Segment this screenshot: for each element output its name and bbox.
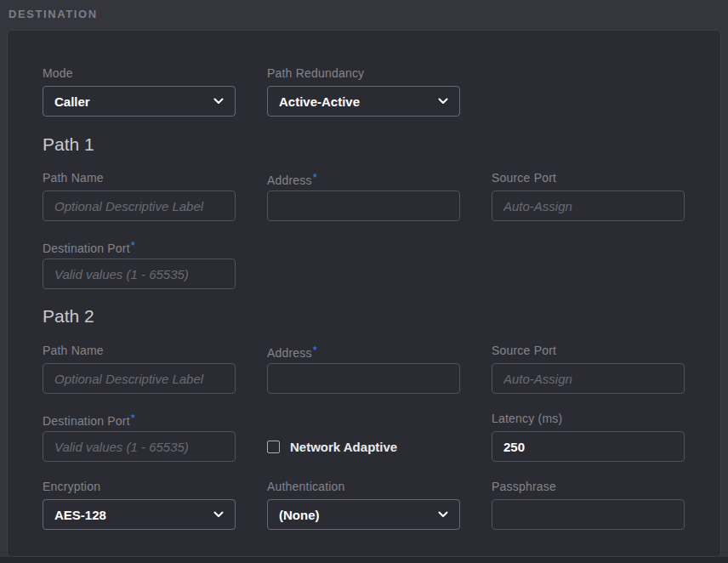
general-row: Mode Caller Path Redundancy Active-Activ… — [43, 67, 686, 117]
network-adaptive-field: Network Adaptive — [267, 412, 460, 462]
encryption-select-value: AES-128 — [54, 508, 106, 522]
chevron-down-icon — [213, 511, 224, 518]
path2-row2: Destination Port* Network Adaptive Laten… — [43, 412, 686, 462]
path1-row2: Destination Port* — [43, 240, 686, 289]
path2-row1: Path Name Address* Source Port — [43, 344, 686, 394]
path1-destination-port-input[interactable] — [43, 259, 236, 289]
latency-field: Latency (ms) — [492, 412, 685, 462]
mode-select[interactable]: Caller — [43, 86, 236, 117]
path2-address-field: Address* — [267, 344, 460, 394]
field-label: Address* — [267, 172, 460, 184]
passphrase-input[interactable] — [492, 499, 685, 530]
path2-destination-port-field: Destination Port* — [43, 412, 236, 462]
path1-path-name-field: Path Name — [43, 172, 236, 221]
chevron-down-icon — [438, 511, 448, 518]
path2-source-port-field: Source Port — [492, 344, 685, 394]
path1-destination-port-field: Destination Port* — [43, 240, 236, 289]
field-label: Mode — [43, 67, 236, 79]
path1-source-port-input[interactable] — [492, 191, 685, 221]
path1-address-input[interactable] — [267, 191, 460, 221]
field-label: Destination Port* — [43, 412, 236, 424]
field-label: Path Redundancy — [267, 67, 460, 79]
path2-path-name-input[interactable] — [43, 363, 236, 394]
field-label: Authentication — [267, 481, 460, 492]
required-marker: * — [131, 239, 135, 252]
required-marker: * — [313, 344, 317, 356]
security-row: Encryption AES-128 Authentication (None)… — [43, 481, 686, 530]
authentication-select[interactable]: (None) — [267, 499, 460, 530]
path1-row1: Path Name Address* Source Port — [43, 172, 686, 221]
field-label: Source Port — [492, 344, 685, 356]
field-label: Destination Port* — [43, 240, 236, 252]
path1-source-port-field: Source Port — [492, 172, 685, 221]
path2-destination-port-input[interactable] — [43, 431, 236, 462]
field-label: Path Name — [43, 172, 236, 184]
path1-path-name-input[interactable] — [43, 191, 236, 221]
path1-heading: Path 1 — [43, 134, 686, 155]
destination-panel: Mode Caller Path Redundancy Active-Activ… — [7, 30, 721, 557]
network-adaptive-label: Network Adaptive — [290, 440, 397, 454]
latency-input[interactable] — [492, 431, 685, 462]
path-redundancy-select[interactable]: Active-Active — [267, 86, 460, 117]
path2-path-name-field: Path Name — [43, 344, 236, 394]
field-label: Address* — [267, 344, 460, 356]
page-background-strip — [0, 557, 728, 563]
encryption-select[interactable]: AES-128 — [43, 499, 236, 530]
path2-heading: Path 2 — [43, 306, 686, 327]
field-label: Latency (ms) — [492, 412, 685, 424]
mode-field: Mode Caller — [43, 67, 236, 117]
authentication-select-value: (None) — [279, 508, 320, 522]
field-label: Encryption — [43, 481, 236, 492]
field-label: Path Name — [43, 344, 236, 356]
required-marker: * — [313, 171, 317, 184]
path1-address-field: Address* — [267, 172, 460, 221]
passphrase-field: Passphrase — [492, 481, 685, 530]
chevron-down-icon — [438, 98, 448, 105]
required-marker: * — [131, 412, 135, 424]
field-label: Source Port — [492, 172, 685, 184]
path2-address-input[interactable] — [267, 363, 460, 394]
path-redundancy-field: Path Redundancy Active-Active — [267, 67, 460, 117]
field-label: Passphrase — [492, 481, 685, 492]
path-redundancy-select-value: Active-Active — [279, 94, 360, 109]
authentication-field: Authentication (None) — [267, 481, 460, 530]
network-adaptive-checkbox[interactable] — [267, 441, 280, 453]
chevron-down-icon — [213, 98, 224, 105]
path2-source-port-input[interactable] — [492, 363, 685, 394]
section-title: DESTINATION — [9, 8, 98, 20]
encryption-field: Encryption AES-128 — [43, 481, 236, 530]
mode-select-value: Caller — [54, 94, 90, 109]
